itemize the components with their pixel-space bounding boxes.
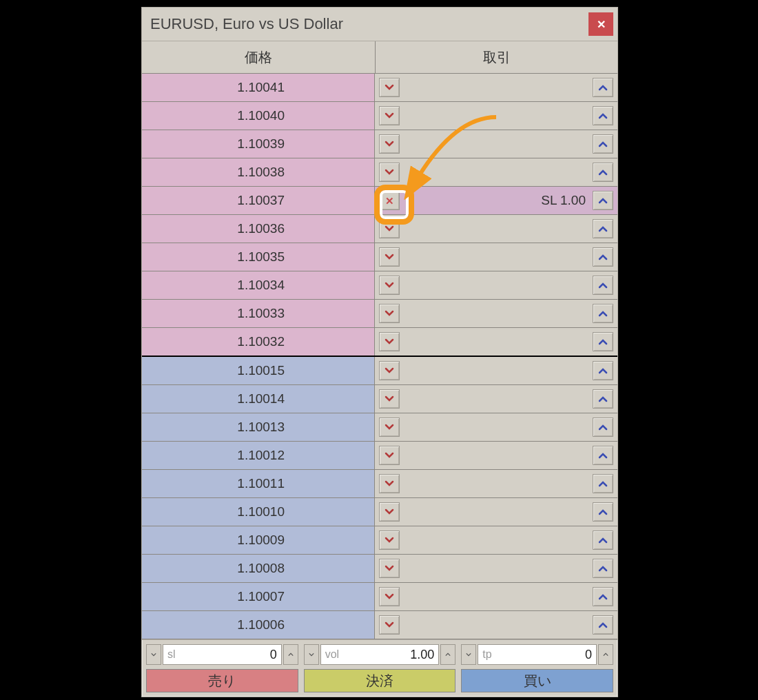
tp-down-button[interactable] [461,644,476,665]
price-cell[interactable]: 1.10006 [142,611,375,639]
vol-up-button[interactable] [440,644,455,665]
tp-input[interactable]: tp 0 [478,644,597,665]
price-cell[interactable]: 1.10008 [142,555,375,582]
chevron-up-icon [598,506,608,517]
price-cell[interactable]: 1.10038 [142,158,375,186]
price-row: 1.10040 [142,102,617,130]
sell-chevron-button[interactable] [379,446,400,465]
buy-chevron-button[interactable] [593,531,613,550]
chevron-down-icon [385,82,394,93]
price-cell[interactable]: 1.10041 [142,74,375,101]
price-cell[interactable]: 1.10032 [142,328,375,356]
buy-chevron-button[interactable] [593,587,613,606]
sell-chevron-button[interactable] [379,474,400,493]
trade-cell [375,385,617,413]
buy-chevron-button[interactable] [593,219,613,238]
buy-chevron-button[interactable] [593,78,613,97]
price-cell[interactable]: 1.10010 [142,498,375,526]
buy-chevron-button[interactable] [593,615,613,635]
sell-chevron-button[interactable] [379,587,400,606]
sell-button[interactable]: 売り [146,669,298,692]
price-cell[interactable]: 1.10039 [142,130,375,158]
sell-chevron-button[interactable] [379,247,400,267]
buy-chevron-button[interactable] [593,389,613,409]
price-cell[interactable]: 1.10014 [142,385,375,413]
sell-chevron-button[interactable] [379,163,400,182]
price-cell[interactable]: 1.10011 [142,470,375,497]
chevron-up-icon [598,591,608,602]
price-cell[interactable]: 1.10036 [142,215,375,243]
sell-chevron-button[interactable] [379,418,400,437]
tp-up-button[interactable] [598,644,613,665]
price-cell[interactable]: 1.10035 [142,243,375,271]
price-row: 1.10041 [142,74,617,102]
sell-chevron-button[interactable] [379,531,400,550]
price-cell[interactable]: 1.10009 [142,526,375,554]
buy-chevron-button[interactable] [593,361,613,380]
buy-button[interactable]: 買い [461,669,613,692]
price-row: 1.10010 [142,498,617,526]
dom-rows: 1.100411.100401.100391.100381.10037✕SL 1… [142,74,617,639]
sell-chevron-button[interactable] [379,276,400,295]
buy-chevron-button[interactable] [593,502,613,522]
buy-chevron-button[interactable] [593,418,613,437]
sell-chevron-button[interactable] [379,134,400,154]
chevron-up-icon [598,195,608,206]
sell-chevron-button[interactable] [379,78,400,97]
trade-cell [375,413,617,441]
chevron-up-icon [598,336,608,347]
price-cell[interactable]: 1.10034 [142,271,375,299]
chevron-down-icon [385,365,394,376]
buy-chevron-button[interactable] [593,191,613,210]
trade-cell [375,243,617,271]
vol-value: 1.00 [410,648,434,662]
sell-chevron-button[interactable] [379,361,400,380]
buy-chevron-button[interactable] [593,106,613,125]
sell-chevron-button[interactable] [379,615,400,635]
trade-cell [375,158,617,186]
buy-chevron-button[interactable] [593,446,613,465]
buy-chevron-button[interactable] [593,163,613,182]
chevron-down-icon [385,619,394,630]
price-cell[interactable]: 1.10007 [142,583,375,610]
chevron-up-icon [598,308,608,319]
close-button[interactable]: 決済 [304,669,456,692]
price-cell[interactable]: 1.10013 [142,413,375,441]
sell-chevron-button[interactable] [379,219,400,238]
buy-chevron-button[interactable] [593,304,613,323]
buy-chevron-button[interactable] [593,559,613,578]
buy-chevron-button[interactable] [593,247,613,267]
vol-down-button[interactable] [304,644,319,665]
sell-chevron-button[interactable] [379,559,400,578]
sl-input[interactable]: sl 0 [163,644,282,665]
chevron-up-icon [598,422,608,433]
tp-value: 0 [585,648,592,662]
sell-chevron-button[interactable] [379,304,400,323]
cancel-order-button[interactable]: ✕ [379,191,400,210]
close-icon: ✕ [597,18,606,31]
price-cell[interactable]: 1.10033 [142,300,375,327]
price-cell[interactable]: 1.10012 [142,442,375,469]
sell-chevron-button[interactable] [379,389,400,409]
chevron-up-icon [598,619,608,630]
buy-chevron-button[interactable] [593,134,613,154]
sl-up-button[interactable] [283,644,298,665]
buy-chevron-button[interactable] [593,474,613,493]
chevron-up-icon [598,478,608,489]
sell-chevron-button[interactable] [379,332,400,351]
header-trade: 取引 [376,41,617,73]
footer-buttons: 売り 決済 買い [142,669,617,697]
price-row: 1.10009 [142,526,617,555]
price-cell[interactable]: 1.10015 [142,357,375,384]
buy-chevron-button[interactable] [593,276,613,295]
sell-chevron-button[interactable] [379,502,400,522]
trade-cell [375,328,617,356]
price-cell[interactable]: 1.10037 [142,187,375,214]
price-cell[interactable]: 1.10040 [142,102,375,130]
sell-chevron-button[interactable] [379,106,400,125]
buy-chevron-button[interactable] [593,332,613,351]
vol-input[interactable]: vol 1.00 [320,644,440,665]
sl-down-button[interactable] [146,644,161,665]
price-row: 1.10014 [142,385,617,413]
window-close-button[interactable]: ✕ [588,12,613,36]
